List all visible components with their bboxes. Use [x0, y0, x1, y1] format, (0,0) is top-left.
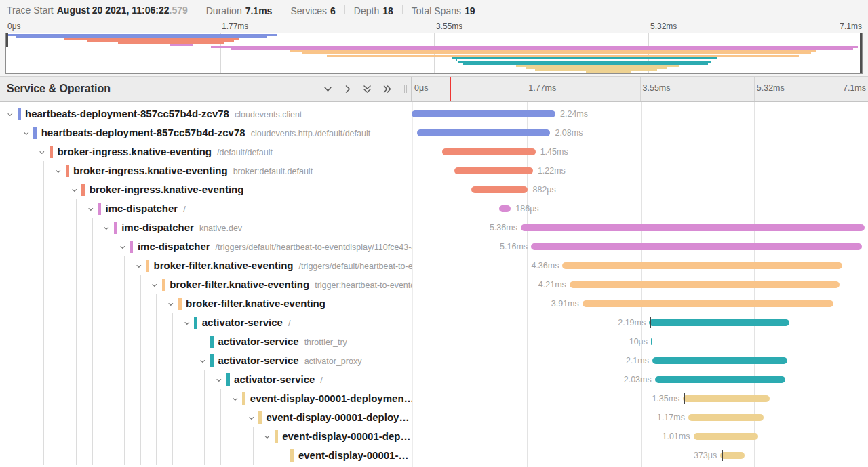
- service-name: broker-ingress.knative-eventingbroker:de…: [73, 161, 313, 180]
- span-row[interactable]: event-display-00001-deploy…1.17ms: [0, 408, 868, 427]
- chevron-down-glyph: [87, 206, 96, 214]
- span-timeline-cell: 4.36ms: [412, 256, 868, 275]
- expand-all-button[interactable]: [380, 82, 393, 96]
- chevron-down-icon[interactable]: [232, 394, 240, 403]
- span-row[interactable]: imc-dispatcher/186μs: [0, 199, 868, 218]
- tree-indent-guide: [76, 256, 77, 275]
- tree-indent-guide: [12, 294, 12, 313]
- tree-indent-guide: [76, 370, 77, 389]
- span-row[interactable]: imc-dispatcher/triggers/default/heartbea…: [0, 237, 868, 256]
- span-duration-label: 5.36ms: [490, 218, 517, 237]
- span-row[interactable]: event-display-00001-dep…1.01ms: [0, 427, 868, 446]
- chevron-down-icon[interactable]: [119, 243, 127, 251]
- span-row[interactable]: activator-service/2.03ms: [0, 370, 868, 389]
- span-bar[interactable]: [412, 110, 555, 117]
- tree-indent-guide: [60, 332, 60, 351]
- chevron-down-icon[interactable]: [184, 319, 192, 327]
- span-duration-label: 4.36ms: [531, 256, 559, 275]
- span-row[interactable]: event-display-00001-deploymen…1.35ms: [0, 389, 868, 408]
- span-bar[interactable]: [471, 186, 528, 193]
- tree-indent-guide: [12, 142, 12, 161]
- span-bar[interactable]: [655, 376, 785, 383]
- tree-indent-guide: [124, 332, 125, 351]
- minimap-canvas[interactable]: [5, 33, 863, 74]
- span-name-cell: broker-filter.knative-eventing/triggers/…: [0, 256, 412, 275]
- span-row[interactable]: activator-serviceactivator_proxy2.1ms: [0, 351, 868, 370]
- span-bar[interactable]: [583, 300, 833, 307]
- span-row[interactable]: broker-ingress.knative-eventingbroker:de…: [0, 161, 868, 180]
- collapse-all-button[interactable]: [360, 82, 374, 96]
- tree-indent-guide: [140, 427, 141, 446]
- minimap-right-handle[interactable]: [860, 33, 862, 73]
- span-row[interactable]: heartbeats-deployment-857cc57b4d-zcv78cl…: [0, 104, 868, 123]
- chevron-down-icon[interactable]: [216, 375, 224, 384]
- chevron-down-icon[interactable]: [167, 300, 176, 308]
- service-name: imc-dispatcherknative.dev: [121, 218, 242, 237]
- minimap-left-handle[interactable]: [6, 33, 8, 47]
- service-name: broker-filter.knative-eventing: [186, 294, 326, 313]
- span-duration-label: 1.01ms: [663, 427, 690, 446]
- service-color-bar: [290, 449, 294, 462]
- chevron-down-icon[interactable]: [103, 224, 111, 232]
- span-row[interactable]: event-display-00001-…373μs: [0, 446, 868, 465]
- span-name-cell: broker-filter.knative-eventingtrigger:he…: [0, 275, 412, 294]
- span-row[interactable]: broker-ingress.knative-eventing882μs: [0, 180, 868, 199]
- span-bar[interactable]: [649, 319, 789, 326]
- chevron-down-icon[interactable]: [87, 205, 96, 213]
- service-name-text: broker-ingress.knative-eventing: [73, 165, 228, 176]
- span-bar[interactable]: [531, 243, 862, 250]
- tree-indent-guide: [156, 389, 157, 408]
- chevron-down-icon[interactable]: [55, 167, 63, 175]
- span-row[interactable]: broker-filter.knative-eventing3.91ms: [0, 294, 868, 313]
- chevron-down-icon[interactable]: [248, 413, 256, 422]
- span-duration-label: 4.21ms: [538, 275, 566, 294]
- span-duration-label: 5.16ms: [500, 237, 528, 256]
- tree-indent-guide: [204, 408, 205, 427]
- span-timeline-cell: 2.24ms: [412, 104, 868, 123]
- expand-one-button[interactable]: [340, 82, 354, 96]
- chevron-down-icon[interactable]: [23, 129, 31, 137]
- span-bar[interactable]: [651, 338, 652, 345]
- chevron-down-icon[interactable]: [264, 432, 272, 441]
- span-row[interactable]: imc-dispatcherknative.dev5.36ms: [0, 218, 868, 237]
- chevron-down-icon[interactable]: [39, 148, 47, 156]
- collapse-one-button[interactable]: [321, 82, 334, 96]
- service-name: broker-filter.knative-eventingtrigger:he…: [170, 275, 412, 294]
- span-bar[interactable]: [570, 281, 840, 288]
- span-row[interactable]: heartbeats-deployment-857cc57b4d-zcv78cl…: [0, 123, 868, 142]
- chevron-down-icon[interactable]: [151, 281, 159, 289]
- tree-indent-guide: [28, 275, 28, 294]
- tree-indent-guide: [43, 218, 44, 237]
- chevron-down-icon[interactable]: [71, 186, 79, 194]
- tree-indent-guide: [28, 370, 28, 389]
- span-bar[interactable]: [521, 224, 865, 231]
- chevron-down-icon[interactable]: [199, 357, 208, 365]
- chevron-down-icon[interactable]: [7, 110, 15, 118]
- span-timeline-cell: 186μs: [412, 199, 868, 218]
- span-bar[interactable]: [652, 357, 787, 364]
- span-bar[interactable]: [442, 148, 535, 155]
- span-timeline-cell: 1.45ms: [412, 142, 868, 161]
- span-row[interactable]: activator-service/2.19ms: [0, 313, 868, 332]
- service-color-bar: [130, 241, 133, 253]
- service-operation-title: Service & Operation: [7, 83, 321, 95]
- span-bar[interactable]: [720, 452, 744, 459]
- span-bar[interactable]: [694, 433, 759, 440]
- span-bar[interactable]: [562, 262, 842, 269]
- span-bar[interactable]: [688, 414, 764, 421]
- tree-indent-guide: [43, 313, 44, 332]
- span-row[interactable]: broker-ingress.knative-eventing/default/…: [0, 142, 868, 161]
- span-name-cell: imc-dispatcher/: [0, 199, 412, 218]
- operation-name: cloudevents.http./default/default: [251, 129, 371, 138]
- span-bar[interactable]: [417, 129, 551, 136]
- span-bar[interactable]: [454, 167, 532, 174]
- span-row[interactable]: broker-filter.knative-eventingtrigger:he…: [0, 275, 868, 294]
- span-bar[interactable]: [683, 395, 770, 402]
- span-bar[interactable]: [499, 205, 511, 212]
- chevron-down-icon[interactable]: [136, 262, 144, 270]
- span-row[interactable]: activator-servicethrottler_try10μs: [0, 332, 868, 351]
- operation-name: /triggers/default/heartbeat-to-ev…: [299, 262, 412, 271]
- span-row[interactable]: broker-filter.knative-eventing/triggers/…: [0, 256, 868, 275]
- divider: [197, 5, 197, 14]
- column-resizer[interactable]: [403, 77, 408, 101]
